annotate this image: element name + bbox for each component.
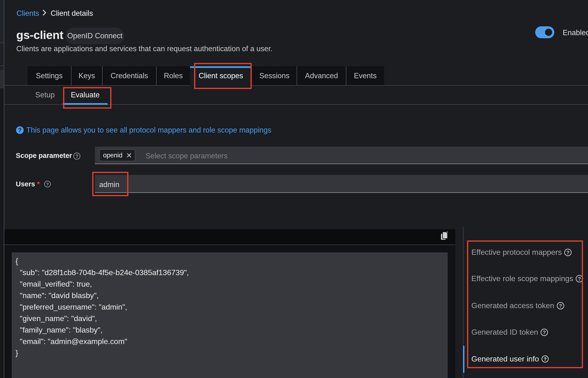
svg-text:?: ? <box>75 154 78 159</box>
svg-text:?: ? <box>18 127 22 133</box>
svg-text:?: ? <box>46 182 49 187</box>
